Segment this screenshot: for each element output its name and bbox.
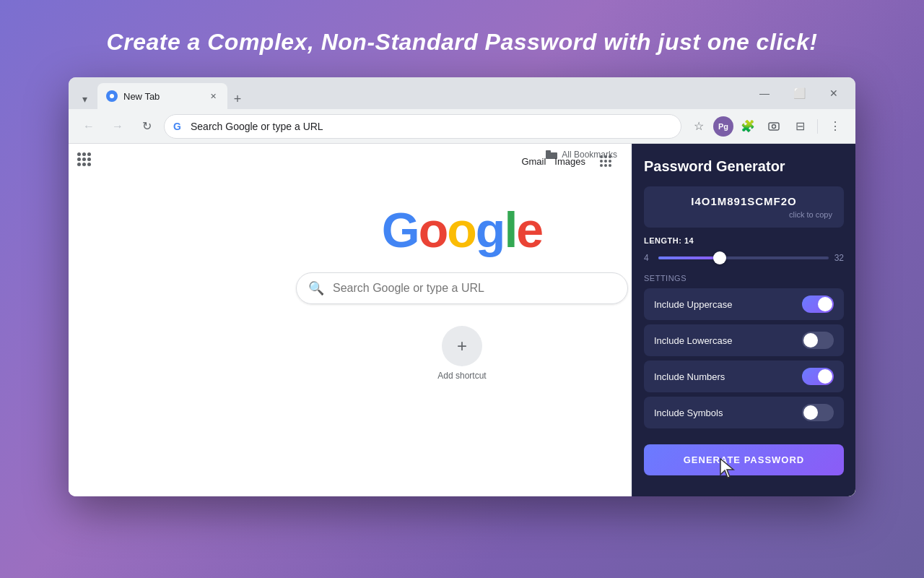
add-shortcut[interactable]: + Add shortcut	[437, 326, 486, 381]
tab-dropdown[interactable]: ▾	[74, 89, 95, 109]
slider-min-label: 4	[644, 253, 653, 263]
screenshot-icon[interactable]	[762, 115, 785, 138]
toggle-row-numbers: Include Numbers	[644, 361, 844, 392]
svg-point-6	[600, 155, 603, 158]
address-bar[interactable]: G	[164, 114, 681, 139]
toggle-row-uppercase: Include Uppercase	[644, 288, 844, 320]
add-shortcut-label: Add shortcut	[437, 371, 486, 381]
google-g-icon: G	[173, 121, 185, 132]
google-logo: Google	[382, 202, 542, 258]
images-link[interactable]: Images	[554, 156, 585, 167]
slider-max-label: 32	[834, 253, 844, 263]
password-display[interactable]: I4O1M891SCMF2O click to copy	[644, 186, 844, 228]
svg-point-9	[600, 160, 603, 163]
toggle-label-lowercase: Include Lowercase	[654, 335, 732, 346]
menu-icon[interactable]: ⋮	[824, 115, 847, 138]
google-links: Gmail Images	[521, 150, 617, 173]
popup-title: Password Generator	[644, 158, 844, 175]
svg-point-13	[604, 164, 607, 167]
tab-close-icon[interactable]: ✕	[207, 90, 219, 102]
length-label: LENGTH: 14	[644, 236, 844, 245]
headline: Create a Complex, Non-Standard Password …	[107, 29, 818, 56]
click-to-copy-label: click to copy	[655, 210, 832, 219]
svg-point-12	[600, 164, 603, 167]
toggle-label-uppercase: Include Uppercase	[654, 299, 732, 310]
toggle-knob-uppercase	[818, 297, 832, 311]
google-search-bar[interactable]: 🔍	[296, 272, 628, 304]
svg-rect-2	[769, 123, 779, 130]
maximize-button[interactable]: ⬜	[783, 77, 815, 109]
toggle-symbols[interactable]	[802, 404, 834, 421]
toggle-label-numbers: Include Numbers	[654, 371, 725, 382]
svg-point-8	[609, 155, 611, 158]
generate-password-button[interactable]: GENERATE PASSWORD	[644, 444, 844, 475]
back-button[interactable]: ←	[77, 115, 100, 138]
svg-point-7	[604, 155, 607, 158]
toggle-row-lowercase: Include Lowercase	[644, 324, 844, 356]
apps-grid-icon[interactable]	[77, 152, 91, 166]
extensions-icon[interactable]: 🧩	[736, 115, 759, 138]
bookmark-icon[interactable]: ☆	[687, 115, 710, 138]
address-input[interactable]	[191, 121, 672, 132]
toggle-knob-lowercase	[803, 333, 818, 348]
extension-pg-button[interactable]: Pg	[713, 116, 733, 137]
toggle-numbers[interactable]	[802, 368, 834, 385]
toggle-knob-symbols	[803, 405, 818, 420]
google-search-input[interactable]	[333, 282, 616, 295]
browser-content: All Bookmarks Gmail Images Google	[69, 144, 855, 496]
add-shortcut-button[interactable]: +	[442, 326, 482, 366]
svg-point-14	[609, 164, 611, 167]
forward-button[interactable]: →	[106, 115, 129, 138]
new-tab-button[interactable]: +	[227, 89, 248, 109]
browser-navbar: ← → ↻ G ☆ Pg 🧩 ⊟ ⋮	[69, 109, 855, 144]
password-generator-popup: Password Generator I4O1M891SCMF2O click …	[632, 144, 855, 496]
minimize-button[interactable]: —	[749, 77, 780, 109]
cast-icon[interactable]: ⊟	[788, 115, 811, 138]
tab-title: New Tab	[123, 91, 201, 102]
toggle-lowercase[interactable]	[802, 332, 834, 349]
toggle-label-symbols: Include Symbols	[654, 407, 723, 418]
svg-point-1	[110, 94, 114, 98]
toggle-uppercase[interactable]	[802, 296, 834, 313]
browser-titlebar: ▾ New Tab ✕ + — ⬜ ✕	[69, 77, 855, 109]
google-apps-button[interactable]	[594, 150, 617, 173]
svg-point-10	[604, 160, 607, 163]
svg-point-11	[609, 160, 611, 163]
toggle-knob-numbers	[818, 369, 832, 384]
settings-label: SETTINGS	[644, 274, 844, 282]
close-button[interactable]: ✕	[818, 77, 850, 109]
reload-button[interactable]: ↻	[135, 115, 158, 138]
browser-window: ▾ New Tab ✕ + — ⬜ ✕ ← → ↻ G	[69, 77, 855, 496]
browser-tab[interactable]: New Tab ✕	[97, 83, 227, 109]
gmail-link[interactable]: Gmail	[521, 156, 546, 167]
toggle-row-symbols: Include Symbols	[644, 397, 844, 428]
length-section: LENGTH: 14 4 32	[644, 236, 844, 265]
length-slider[interactable]	[658, 251, 829, 265]
chrome-favicon	[106, 90, 118, 102]
search-icon: 🔍	[308, 280, 324, 296]
svg-point-3	[772, 124, 776, 128]
password-text: I4O1M891SCMF2O	[655, 195, 832, 207]
